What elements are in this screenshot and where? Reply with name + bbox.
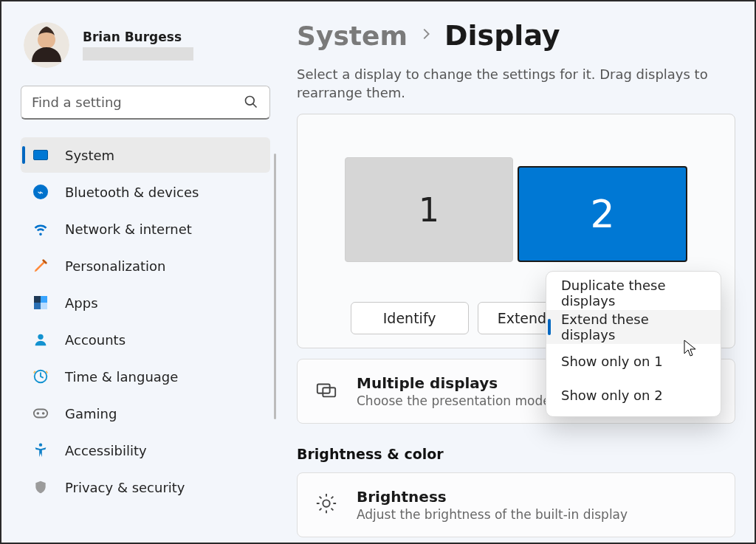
sidebar-item-label: System	[65, 148, 258, 163]
identify-button[interactable]: Identify	[351, 302, 469, 334]
sidebar-item-accessibility[interactable]: Accessibility	[21, 433, 270, 468]
sidebar-item-label: Personalization	[65, 258, 258, 274]
sidebar-item-gaming[interactable]: Gaming	[21, 396, 270, 431]
main-content: System Display Select a display to chang…	[282, 1, 755, 543]
mode-option-only2[interactable]: Show only on 2	[546, 378, 721, 412]
search-wrap	[21, 86, 270, 120]
sidebar-item-label: Apps	[65, 295, 258, 311]
svg-line-3	[253, 104, 257, 108]
search-icon	[244, 94, 258, 112]
sidebar-item-label: Privacy & security	[65, 480, 258, 495]
sidebar-item-time[interactable]: Time & language	[21, 359, 270, 394]
sidebar-item-label: Accounts	[65, 332, 258, 348]
brightness-icon	[315, 492, 337, 517]
mode-dropdown-menu: Duplicate these displays Extend these di…	[546, 271, 721, 417]
sidebar-item-system[interactable]: System	[21, 137, 270, 173]
personalization-icon	[32, 258, 49, 274]
multiple-displays-icon	[315, 379, 337, 404]
display-instructions: Select a display to change the settings …	[297, 65, 735, 102]
avatar	[24, 22, 69, 68]
breadcrumb-parent[interactable]: System	[297, 21, 408, 51]
search-input[interactable]	[21, 86, 270, 120]
sidebar-item-personalization[interactable]: Personalization	[21, 248, 270, 283]
profile-name: Brian Burgess	[83, 30, 193, 44]
page-title: Display	[444, 19, 560, 52]
section-brightness-color: Brightness & color	[297, 446, 735, 462]
svg-point-2	[246, 97, 255, 106]
display-arrangement-panel: 1 2 Identify Extend these displays Dupli…	[297, 114, 735, 348]
profile-block[interactable]: Brian Burgess	[18, 22, 273, 68]
bluetooth-icon: ⌁	[32, 184, 49, 200]
brightness-title: Brightness	[357, 488, 628, 506]
sidebar-item-label: Bluetooth & devices	[65, 185, 258, 200]
apps-icon	[32, 295, 49, 311]
clock-icon	[32, 368, 49, 385]
mode-option-duplicate[interactable]: Duplicate these displays	[546, 276, 721, 310]
svg-point-4	[38, 334, 43, 340]
sidebar-item-accounts[interactable]: Accounts	[21, 322, 270, 357]
sidebar-item-label: Accessibility	[65, 443, 258, 458]
mode-option-extend[interactable]: Extend these displays	[546, 310, 721, 344]
sidebar-item-network[interactable]: Network & internet	[21, 211, 270, 247]
gamepad-icon	[32, 405, 49, 421]
display-1[interactable]: 1	[345, 157, 513, 262]
svg-point-8	[43, 413, 44, 414]
system-icon	[32, 147, 49, 163]
svg-point-7	[37, 413, 38, 414]
nav-list: System ⌁ Bluetooth & devices Network & i…	[18, 136, 273, 506]
sidebar: Brian Burgess System ⌁ Bluetooth & devic…	[1, 1, 282, 543]
svg-point-12	[323, 500, 329, 507]
display-canvas[interactable]: 1 2	[318, 157, 714, 262]
brightness-card[interactable]: Brightness Adjust the brightness of the …	[297, 472, 735, 537]
sidebar-item-privacy[interactable]: Privacy & security	[21, 469, 270, 505]
sidebar-item-label: Network & internet	[65, 221, 258, 237]
mode-option-only1[interactable]: Show only on 1	[546, 344, 721, 378]
sidebar-item-label: Gaming	[65, 406, 258, 421]
profile-email-redacted	[83, 47, 193, 61]
multiple-displays-subtitle: Choose the presentation mode for	[357, 393, 571, 408]
accounts-icon	[32, 331, 49, 348]
sidebar-item-label: Time & language	[65, 369, 258, 385]
svg-rect-6	[34, 410, 47, 418]
breadcrumb: System Display	[297, 19, 735, 52]
sidebar-item-bluetooth[interactable]: ⌁ Bluetooth & devices	[21, 174, 270, 210]
shield-icon	[32, 479, 49, 495]
multiple-displays-title: Multiple displays	[357, 374, 571, 392]
svg-point-9	[39, 443, 42, 446]
sidebar-item-apps[interactable]: Apps	[21, 285, 270, 320]
brightness-subtitle: Adjust the brightness of the built-in di…	[357, 507, 628, 522]
chevron-right-icon	[418, 26, 434, 45]
display-2[interactable]: 2	[518, 166, 687, 262]
accessibility-icon	[32, 442, 49, 458]
wifi-icon	[32, 221, 49, 237]
nav-scrollbar[interactable]	[274, 154, 276, 419]
